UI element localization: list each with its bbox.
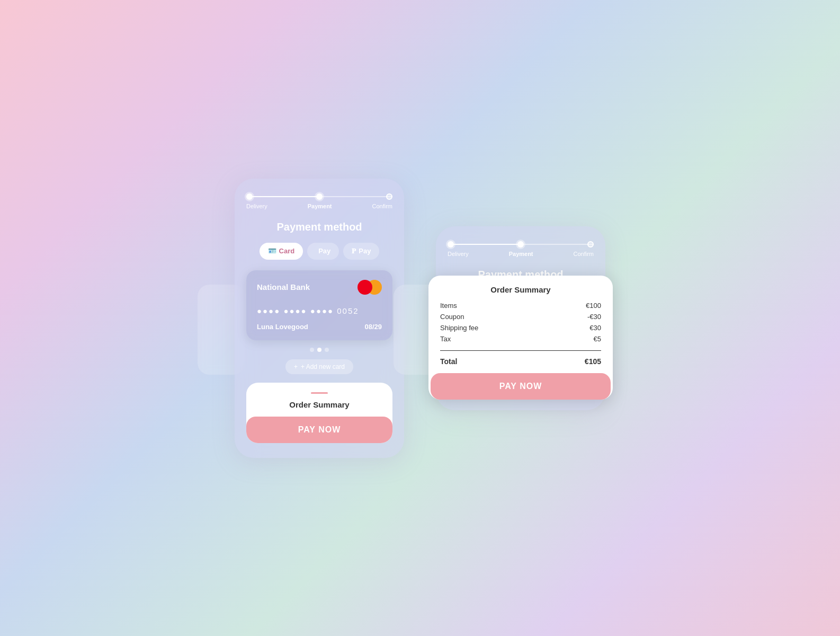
right-coupon-label: Coupon [440, 313, 464, 321]
left-step-dot-2 [316, 193, 323, 200]
mastercard-red-circle [358, 280, 372, 295]
left-card-number: ●●●● ●●●● ●●●● 0052 [257, 306, 382, 315]
left-apple-pay-btn[interactable]: Pay [307, 243, 339, 260]
right-order-summary-title: Order Summary [440, 285, 601, 294]
right-order-summary-overlay: Order Summary Items €100 Coupon -€30 Shi… [428, 276, 613, 400]
right-phone-wrapper: Delivery Payment Confirm Payment method … [436, 226, 605, 410]
right-step-label-2: Payment [509, 251, 533, 257]
left-payment-methods: 🪪 Card Pay 𝐏 Pay [246, 243, 392, 260]
right-pay-now-button[interactable]: PAY NOW [431, 373, 611, 400]
left-card-pay-btn[interactable]: 🪪 Card [260, 243, 303, 260]
right-step-label-3: Confirm [573, 251, 594, 257]
right-step-label-1: Delivery [448, 251, 469, 257]
left-step-label-1: Delivery [246, 203, 267, 209]
right-coupon-value: -€30 [587, 313, 601, 321]
right-shipping-label: Shipping fee [440, 324, 478, 332]
left-card-header: National Bank [257, 280, 382, 295]
right-summary-row-shipping: Shipping fee €30 [440, 324, 601, 332]
right-items-value: €100 [586, 302, 601, 310]
right-progress-dots [448, 241, 594, 248]
left-progress-labels: Delivery Payment Confirm [246, 203, 392, 209]
right-summary-items: Items €100 Coupon -€30 Shipping fee €30 … [440, 302, 601, 343]
left-order-summary: Order Summary PAY NOW [246, 383, 392, 443]
left-payment-title: Payment method [246, 221, 392, 233]
right-step-dot-3 [587, 241, 594, 248]
right-summary-row-coupon: Coupon -€30 [440, 313, 601, 321]
left-credit-card: National Bank ●●●● ●●●● ●●●● 0052 Luna L… [246, 270, 392, 340]
right-step-dot-1 [448, 241, 454, 248]
left-step-dot-3 [386, 193, 392, 200]
left-pay-now-button[interactable]: PAY NOW [246, 417, 392, 443]
right-tax-label: Tax [440, 335, 451, 343]
left-summary-handle [311, 392, 328, 394]
left-carousel-dots [246, 348, 392, 352]
right-tax-value: €5 [594, 335, 601, 343]
left-phone-wrapper: Delivery Payment Confirm Payment method … [235, 179, 404, 458]
right-summary-divider [440, 350, 601, 351]
left-step-dot-1 [246, 193, 253, 200]
left-mastercard-logo [358, 280, 382, 295]
right-items-label: Items [440, 302, 457, 310]
left-phone-card: Delivery Payment Confirm Payment method … [235, 179, 404, 458]
left-paypal-pay-btn[interactable]: 𝐏 Pay [343, 243, 379, 260]
left-card-expiry: 08/29 [364, 323, 382, 331]
right-summary-row-items: Items €100 [440, 302, 601, 310]
right-total-label: Total [440, 357, 457, 366]
right-shipping-value: €30 [589, 324, 601, 332]
right-summary-total: Total €105 [440, 357, 601, 366]
left-card-footer: Luna Lovegood 08/29 [257, 323, 382, 331]
left-carousel-dot-1[interactable] [310, 348, 314, 352]
right-total-value: €105 [585, 357, 601, 366]
right-progress-bar: Delivery Payment Confirm [448, 241, 594, 257]
left-carousel-dot-2[interactable] [317, 348, 321, 352]
left-progress-dots [246, 193, 392, 200]
right-summary-row-tax: Tax €5 [440, 335, 601, 343]
left-order-summary-title: Order Summary [256, 400, 383, 409]
left-progress-track [246, 193, 392, 200]
left-bank-name: National Bank [257, 282, 310, 292]
card-icon: 🪪 [268, 247, 276, 255]
left-step-label-3: Confirm [372, 203, 392, 209]
left-card-holder: Luna Lovegood [257, 323, 308, 331]
right-step-dot-2 [517, 241, 524, 248]
left-progress-bar: Delivery Payment Confirm [246, 193, 392, 209]
left-carousel-dot-3[interactable] [325, 348, 329, 352]
left-step-label-2: Payment [308, 203, 332, 209]
left-add-card-button[interactable]: + + Add new card [285, 359, 353, 374]
plus-icon: + [294, 363, 298, 370]
right-progress-track [448, 241, 594, 248]
right-progress-labels: Delivery Payment Confirm [448, 251, 594, 257]
paypal-icon: 𝐏 [352, 247, 356, 255]
